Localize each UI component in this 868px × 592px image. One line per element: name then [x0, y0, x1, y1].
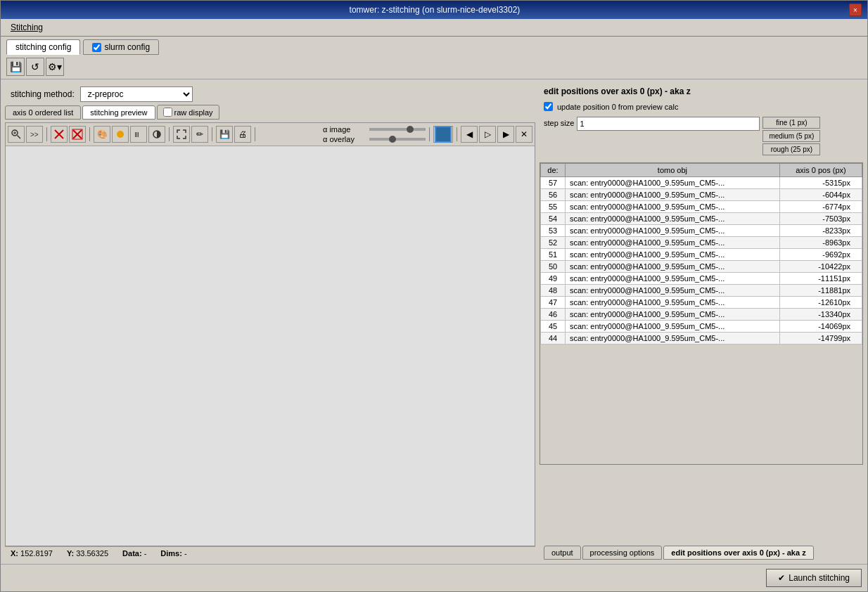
table-row[interactable]: 57 scan: entry0000@HA1000_9.595um_CM5-..…: [541, 177, 862, 189]
close-button[interactable]: ×: [849, 4, 862, 16]
alpha-image-slider[interactable]: [369, 128, 426, 131]
cell-tomo-obj: scan: entry0000@HA1000_9.595um_CM5-...: [566, 309, 780, 321]
save-canvas-button[interactable]: 💾: [216, 126, 233, 143]
col-tomo-obj: tomo obj: [566, 164, 780, 177]
palette-button[interactable]: 🎨: [94, 126, 110, 143]
tab-stitching-config[interactable]: stitching config: [6, 39, 80, 55]
cell-axis-pos: -6774px: [779, 201, 862, 213]
sep2: [89, 127, 90, 141]
table-container[interactable]: de: tomo obj axis 0 pos (px) 57 scan: en…: [540, 162, 863, 465]
zoom-button[interactable]: [8, 126, 25, 143]
cell-tomo-obj: scan: entry0000@HA1000_9.595um_CM5-...: [566, 321, 780, 333]
nav-info-button[interactable]: ▷: [479, 126, 496, 143]
launch-stitching-label: Launch stitching: [789, 573, 850, 583]
cell-index: 49: [541, 273, 566, 285]
table-row[interactable]: 56 scan: entry0000@HA1000_9.595um_CM5-..…: [541, 189, 862, 201]
fit-icon: [177, 129, 186, 139]
print-button[interactable]: 🖨: [234, 126, 251, 143]
cell-index: 57: [541, 177, 566, 189]
table-row[interactable]: 45 scan: entry0000@HA1000_9.595um_CM5-..…: [541, 321, 862, 333]
color-picker-button[interactable]: [433, 126, 453, 143]
titlebar: tomwer: z-stitching (on slurm-nice-devel…: [1, 1, 867, 19]
cell-axis-pos: -11881px: [779, 285, 862, 297]
subtabs-row: axis 0 ordered list stitching preview ra…: [5, 105, 535, 120]
x-coord-label: X: 152.8197: [11, 549, 53, 558]
raw-display-checkbox[interactable]: [163, 108, 172, 117]
table-row[interactable]: 44 scan: entry0000@HA1000_9.595um_CM5-..…: [541, 333, 862, 345]
subtab-stitching-preview[interactable]: stitching preview: [82, 105, 155, 120]
step-size-input[interactable]: [577, 117, 760, 131]
table-row[interactable]: 50 scan: entry0000@HA1000_9.595um_CM5-..…: [541, 261, 862, 273]
cell-axis-pos: -9692px: [779, 249, 862, 261]
cell-tomo-obj: scan: entry0000@HA1000_9.595um_CM5-...: [566, 201, 780, 213]
fine-button[interactable]: fine (1 px): [762, 117, 820, 129]
nav-back-button[interactable]: ◀: [461, 126, 478, 143]
cell-axis-pos: -12610px: [779, 297, 862, 309]
histogram-icon: Ⅲ: [134, 129, 143, 139]
zoom-icon: [11, 129, 22, 140]
bottom-tab-processing-options[interactable]: processing options: [582, 546, 663, 560]
table-row[interactable]: 55 scan: entry0000@HA1000_9.595um_CM5-..…: [541, 201, 862, 213]
launch-stitching-button[interactable]: ✔ Launch stitching: [766, 569, 862, 587]
settings-button[interactable]: ⚙▾: [46, 58, 64, 76]
table-row[interactable]: 51 scan: entry0000@HA1000_9.595um_CM5-..…: [541, 249, 862, 261]
pan-icon: >>: [29, 129, 40, 140]
subtab-axis-ordered-list[interactable]: axis 0 ordered list: [5, 105, 81, 120]
fit-button[interactable]: [173, 126, 190, 143]
tab-slurm-config[interactable]: slurm config: [83, 39, 159, 55]
svg-line-1: [18, 136, 21, 139]
alpha-controls: α image α overlay: [323, 125, 426, 143]
alpha-overlay-row: α overlay: [323, 135, 426, 143]
stitching-method-row: stitching method: z-preproc z-postproc z…: [5, 84, 535, 105]
clear2-icon: [72, 129, 83, 140]
medium-button[interactable]: medium (5 px): [762, 130, 820, 142]
rough-button[interactable]: rough (25 px): [762, 143, 820, 155]
alpha-image-label: α image: [323, 125, 365, 134]
table-row[interactable]: 49 scan: entry0000@HA1000_9.595um_CM5-..…: [541, 273, 862, 285]
svg-rect-14: [436, 127, 450, 141]
cell-index: 53: [541, 225, 566, 237]
cell-axis-pos: -10422px: [779, 261, 862, 273]
cell-tomo-obj: scan: entry0000@HA1000_9.595um_CM5-...: [566, 285, 780, 297]
bottom-tab-edit-positions[interactable]: edit positions over axis 0 (px) - aka z: [663, 546, 813, 560]
table-row[interactable]: 54 scan: entry0000@HA1000_9.595um_CM5-..…: [541, 213, 862, 225]
histogram-button[interactable]: Ⅲ: [130, 126, 147, 143]
data-value: -: [144, 549, 147, 558]
reload-button[interactable]: ↺: [26, 58, 44, 76]
stitching-menu[interactable]: Stitching: [6, 21, 47, 34]
nav-fwd-button[interactable]: ▶: [497, 126, 514, 143]
cell-tomo-obj: scan: entry0000@HA1000_9.595um_CM5-...: [566, 237, 780, 249]
update-position-checkbox[interactable]: [544, 102, 553, 111]
canvas-toolbar: >>: [6, 123, 535, 146]
cell-axis-pos: -7503px: [779, 213, 862, 225]
step-size-label: step size: [544, 119, 574, 127]
contrast-button[interactable]: [148, 126, 165, 143]
nav-close-button[interactable]: ✕: [516, 126, 532, 143]
slurm-config-checkbox[interactable]: [92, 43, 101, 52]
alpha-overlay-slider[interactable]: [369, 138, 426, 141]
table-row[interactable]: 47 scan: entry0000@HA1000_9.595um_CM5-..…: [541, 297, 862, 309]
clear-button[interactable]: [51, 126, 68, 143]
subtab-raw-display[interactable]: raw display: [157, 105, 219, 120]
table-row[interactable]: 53 scan: entry0000@HA1000_9.595um_CM5-..…: [541, 225, 862, 237]
table-row[interactable]: 48 scan: entry0000@HA1000_9.595um_CM5-..…: [541, 285, 862, 297]
cell-index: 54: [541, 213, 566, 225]
circle-icon: [115, 129, 125, 139]
bottom-tab-output[interactable]: output: [544, 546, 581, 560]
footer: ✔ Launch stitching: [1, 564, 867, 591]
clear2-button[interactable]: [69, 126, 86, 143]
positions-table: de: tomo obj axis 0 pos (px) 57 scan: en…: [540, 163, 862, 345]
table-row[interactable]: 52 scan: entry0000@HA1000_9.595um_CM5-..…: [541, 237, 862, 249]
cell-axis-pos: -5315px: [779, 177, 862, 189]
alpha-image-row: α image: [323, 125, 426, 134]
y-coord-value: 33.56325: [76, 549, 108, 558]
cell-tomo-obj: scan: entry0000@HA1000_9.595um_CM5-...: [566, 333, 780, 345]
table-row[interactable]: 46 scan: entry0000@HA1000_9.595um_CM5-..…: [541, 309, 862, 321]
main-toolbar: 💾 ↺ ⚙▾: [1, 55, 867, 79]
save-button[interactable]: 💾: [6, 58, 25, 76]
edit-pen-button[interactable]: ✏: [191, 126, 208, 143]
circle-button[interactable]: [112, 126, 129, 143]
cell-index: 51: [541, 249, 566, 261]
stitching-method-select[interactable]: z-preproc z-postproc z-raw: [80, 86, 193, 102]
pan-button[interactable]: >>: [26, 126, 43, 143]
